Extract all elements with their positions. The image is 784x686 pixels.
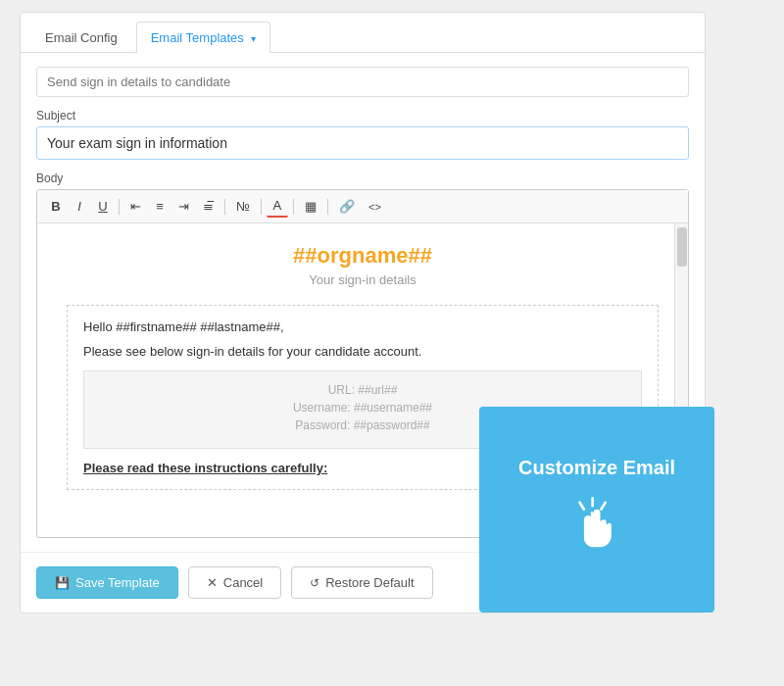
tab-email-templates[interactable]: Email Templates ▾ [136,22,271,53]
align-right-button[interactable]: ⇥ [172,196,195,217]
editor-toolbar: B I U ⇤ ≡ ⇥ ≡̅ № A ▦ 🔗 <> [37,190,688,223]
link-button[interactable]: 🔗 [333,196,361,217]
customize-email-overlay[interactable]: Customize Email [479,407,714,612]
email-greeting: Hello ##firstname## ##lastname##, [83,319,642,334]
hand-cursor-icon [563,494,631,565]
svg-line-2 [601,502,605,509]
save-template-label: Save Template [75,575,160,590]
subject-input[interactable] [36,126,689,160]
restore-default-button[interactable]: ↺ Restore Default [291,566,432,599]
save-template-button[interactable]: 💾 Save Template [36,566,178,599]
underline-button[interactable]: U [92,196,114,217]
table-button[interactable]: ▦ [299,196,322,217]
tab-email-config[interactable]: Email Config [30,22,132,53]
restore-label: Restore Default [325,575,414,590]
separator-1 [119,199,120,215]
body-label: Body [36,172,689,185]
bold-button[interactable]: B [45,196,67,217]
list-button[interactable]: ≡̅ [197,196,220,217]
separator-4 [293,199,294,215]
main-card: Email Config Email Templates ▾ Subject B… [20,12,706,613]
tab-email-config-label: Email Config [45,30,118,45]
template-name-input[interactable] [36,67,689,97]
credential-url: URL: ##url## [100,383,625,397]
email-signin-details: Your sign-in details [67,272,659,287]
cancel-button[interactable]: ✕ Cancel [188,566,281,599]
source-button[interactable]: <> [363,198,387,216]
separator-2 [224,199,225,215]
align-center-button[interactable]: ≡ [149,196,171,217]
tabs-bar: Email Config Email Templates ▾ [21,13,705,53]
cancel-icon: ✕ [207,575,218,590]
ordered-list-button[interactable]: № [230,196,256,217]
email-body-text: Please see below sign-in details for you… [83,344,642,359]
customize-email-title: Customize Email [518,455,675,480]
subject-label: Subject [36,109,689,122]
chevron-down-icon: ▾ [251,33,256,44]
svg-line-1 [580,502,584,509]
separator-3 [261,199,262,215]
restore-icon: ↺ [310,576,319,590]
save-icon: 💾 [55,576,70,590]
cancel-label: Cancel [223,575,263,590]
align-left-button[interactable]: ⇤ [124,196,147,217]
email-orgname: ##orgname## [67,243,659,269]
separator-5 [327,199,328,215]
font-color-button[interactable]: A [267,195,288,218]
italic-button[interactable]: I [69,196,90,217]
scrollbar-thumb[interactable] [677,227,687,267]
tab-email-templates-label: Email Templates [151,30,244,45]
